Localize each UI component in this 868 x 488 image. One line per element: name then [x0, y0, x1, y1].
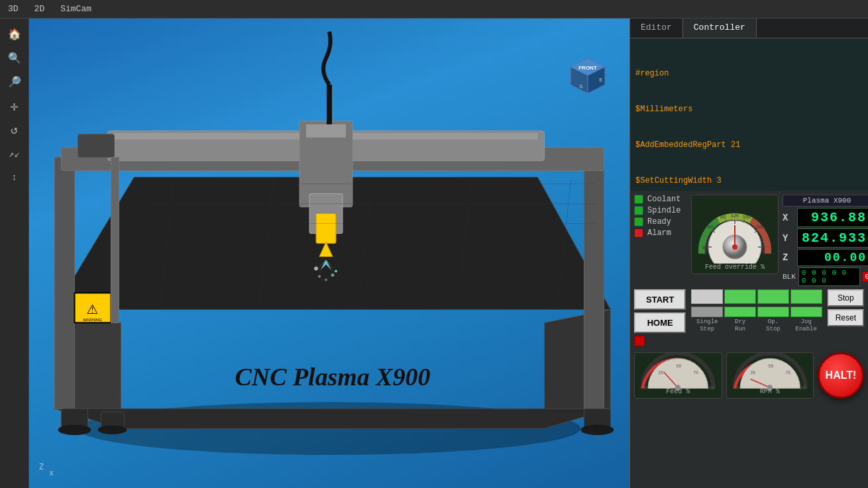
fit-icon[interactable]: ↗↙	[4, 143, 25, 164]
svg-rect-35	[78, 134, 115, 158]
mode-jog-enable: JogEnable	[790, 318, 822, 333]
stop-button[interactable]: Stop	[828, 289, 864, 307]
svg-text:WARNING: WARNING	[83, 318, 102, 322]
svg-text:100: 100	[707, 386, 715, 391]
gauge-svg: 0 40 80 120 160 200	[692, 197, 778, 264]
viewport[interactable]: CNC Plasma X900	[29, 19, 629, 488]
svg-rect-7	[55, 158, 75, 409]
svg-point-34	[97, 425, 127, 434]
svg-point-24	[331, 273, 334, 277]
feed-gauge: 0 40 80 120 160 200	[691, 195, 779, 274]
coord-z-row: Z 00.00	[783, 249, 868, 266]
mode-labels: SingleStep DryRun Op.Stop JogEnable	[691, 318, 822, 333]
svg-point-30	[58, 424, 91, 435]
svg-text:FRONT: FRONT	[578, 65, 597, 71]
coord-y-label: Y	[783, 233, 794, 244]
mode-bar-4[interactable]	[790, 307, 822, 317]
axis-cube: FRONT E S	[567, 55, 610, 98]
mode-bar-2[interactable]	[724, 307, 756, 317]
ready-label: Ready	[647, 217, 671, 226]
menu-3d[interactable]: 3D	[5, 3, 21, 15]
svg-text:50: 50	[676, 364, 681, 369]
svg-point-21	[314, 266, 318, 270]
svg-marker-5	[55, 409, 611, 428]
coolant-led	[634, 195, 643, 204]
svg-text:25: 25	[750, 371, 755, 375]
start-home-col: START HOME	[634, 289, 686, 346]
reset-button[interactable]: Reset	[828, 309, 864, 326]
jog-enable-btn[interactable]	[790, 289, 822, 304]
svg-text:⚠: ⚠	[87, 299, 98, 319]
svg-text:200: 200	[756, 224, 765, 230]
start-button[interactable]: START	[634, 289, 686, 310]
svg-text:25: 25	[659, 371, 664, 375]
svg-text:160: 160	[743, 215, 751, 220]
coord-x-label: X	[783, 213, 794, 223]
coord-x-value: 936.88	[797, 208, 868, 227]
feed-gauge-mini: 0 25 50 75 100 Feed %	[634, 352, 722, 399]
svg-point-22	[335, 269, 337, 272]
svg-text:S: S	[579, 83, 582, 89]
spindle-led	[634, 206, 643, 215]
svg-point-23	[318, 275, 321, 277]
buttons-row: START HOME	[634, 289, 864, 346]
svg-text:100: 100	[799, 386, 807, 391]
status-coolant: Coolant	[634, 195, 687, 204]
op-stop-btn[interactable]	[757, 289, 789, 304]
mode-dry-run: DryRun	[724, 318, 756, 333]
rpm-gauge-mini: 0 25 50 75 100 RPM %	[726, 352, 814, 399]
menu-2d[interactable]: 2D	[32, 3, 48, 15]
code-editor[interactable]: #region $Millimeters $AddEmbeddedRegPart…	[630, 38, 868, 191]
red-indicator	[634, 336, 645, 346]
svg-text:0: 0	[644, 386, 647, 391]
coord-z-value: 00.00	[797, 249, 868, 266]
mode-buttons-bottom	[691, 307, 822, 317]
svg-rect-16	[316, 214, 336, 244]
svg-text:80: 80	[720, 215, 726, 220]
coord-x-row: X 936.88	[783, 208, 868, 227]
middle-section: Coolant Spindle Ready Alarm	[634, 195, 864, 286]
mode-buttons-top	[691, 289, 822, 304]
svg-text:CNC Plasma X900: CNC Plasma X900	[235, 363, 430, 391]
dry-run-btn[interactable]	[724, 289, 756, 304]
mode-bar-1[interactable]	[691, 307, 723, 317]
right-panel: Editor Controller #region $Millimeters $…	[629, 19, 868, 488]
status-spindle: Spindle	[634, 206, 687, 215]
controller-panel: Coolant Spindle Ready Alarm	[630, 191, 868, 488]
spindle-label: Spindle	[647, 206, 680, 215]
machine-name: Plasma X900	[783, 195, 868, 207]
zoom-in-icon[interactable]: 🔍	[4, 48, 25, 69]
cnc-scene: CNC Plasma X900	[29, 19, 629, 488]
rpm-gauge-label: RPM %	[760, 388, 780, 395]
coolant-label: Coolant	[647, 195, 680, 204]
svg-text:75: 75	[785, 371, 790, 375]
blk-label: BLK	[783, 273, 796, 281]
expand-icon[interactable]: ↕	[4, 167, 25, 188]
single-step-btn[interactable]	[691, 289, 723, 304]
status-alarm: Alarm	[634, 228, 687, 238]
svg-point-32	[580, 424, 614, 435]
svg-text:40: 40	[708, 224, 713, 230]
coord-z-label: Z	[783, 252, 794, 263]
svg-text:0: 0	[736, 386, 739, 391]
blk-row: BLK 0 0 0 0 0 0 0 0 0	[783, 268, 868, 286]
mode-op-stop: Op.Stop	[757, 318, 789, 333]
home-button[interactable]: HOME	[634, 313, 686, 333]
pan-icon[interactable]: ✛	[4, 95, 25, 117]
coord-y-row: Y 824.933	[783, 228, 868, 248]
status-ready: Ready	[634, 217, 687, 226]
rotate-icon[interactable]: ↺	[4, 119, 25, 140]
tab-editor[interactable]: Editor	[630, 19, 683, 38]
menu-simcam[interactable]: SimCam	[58, 3, 94, 15]
zoom-out-icon[interactable]: 🔎	[4, 72, 25, 93]
halt-button[interactable]: HALT!	[818, 352, 864, 399]
menu-bar: 3D 2D SimCam	[0, 0, 868, 19]
svg-point-25	[325, 278, 327, 281]
svg-text:50: 50	[768, 364, 773, 369]
mode-bar-3[interactable]	[757, 307, 789, 317]
bottom-gauges: 0 25 50 75 100 Feed %	[634, 350, 864, 401]
home-icon[interactable]: 🏠	[4, 24, 25, 45]
tab-controller[interactable]: Controller	[683, 19, 757, 38]
svg-text:120: 120	[731, 213, 739, 219]
tabs: Editor Controller	[630, 19, 868, 38]
